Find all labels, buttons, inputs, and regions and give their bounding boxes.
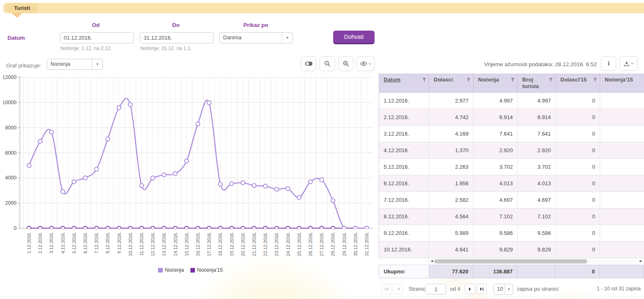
data-point-marker[interactable] (173, 172, 178, 176)
cell-value: 7.102 (473, 208, 518, 225)
data-point-marker[interactable] (241, 181, 245, 185)
cell-datum: 7.12.2016. (379, 192, 429, 208)
filter-icon[interactable] (593, 78, 597, 82)
data-point-marker[interactable] (207, 101, 211, 105)
series-visibility-button[interactable] (357, 56, 375, 71)
graf-prikazuje-select[interactable]: Noćenja ▼ (47, 59, 103, 70)
cell-value: 2.920 (473, 142, 518, 159)
zoom-out-button[interactable] (320, 56, 335, 71)
column-header-dolasci-15[interactable]: Dolasci'15 (556, 74, 600, 93)
data-point-marker[interactable] (151, 176, 155, 180)
table-row[interactable]: 10.12.2016.4.9419.8299.8290 (379, 242, 644, 258)
chart-canvas: 0200040006000800010000120001.12.2016.2.1… (3, 74, 378, 267)
svg-text:10.12.2016.: 10.12.2016. (128, 232, 133, 256)
export-button[interactable] (620, 56, 638, 71)
svg-text:14.12.2016.: 14.12.2016. (173, 232, 178, 256)
data-point-marker[interactable] (162, 173, 166, 177)
page-number-input[interactable] (425, 284, 446, 294)
filter-icon[interactable] (422, 78, 426, 82)
data-point-marker[interactable] (196, 122, 200, 126)
filter-icon[interactable] (549, 78, 553, 82)
info-button[interactable]: i (601, 56, 616, 71)
total-value (600, 265, 644, 278)
prikaz-po-select[interactable]: Danima ▼ (219, 32, 293, 43)
legend-item[interactable]: Noćenja (158, 267, 184, 273)
data-point-marker[interactable] (286, 187, 290, 191)
data-point-marker[interactable] (72, 180, 76, 184)
filter-icon[interactable] (466, 78, 471, 82)
data-point-marker[interactable] (252, 184, 256, 188)
svg-text:3.12.2016.: 3.12.2016. (49, 232, 54, 254)
cell-value: 0 (556, 225, 600, 242)
data-point-marker[interactable] (50, 130, 54, 134)
data-point-marker[interactable] (27, 163, 31, 167)
column-header-datum[interactable]: Datum (379, 74, 429, 93)
data-point-marker[interactable] (297, 196, 301, 200)
filter-icon[interactable] (511, 78, 515, 82)
data-point-marker[interactable] (263, 184, 267, 188)
horizontal-scrollbar[interactable]: ◄ ► (429, 258, 644, 265)
total-value: 77.620 (429, 265, 473, 278)
cell-value (600, 175, 644, 192)
column-header-broj-turista[interactable]: Broj turista (518, 74, 556, 93)
data-point-marker[interactable] (275, 187, 279, 191)
zoom-in-button[interactable] (338, 56, 353, 71)
line-chart[interactable]: 0200040006000800010000120001.12.2016.2.1… (3, 74, 378, 267)
cell-value: 4.013 (518, 175, 556, 192)
table-row[interactable]: 8.12.2016.4.5647.1027.1020 (379, 208, 644, 225)
column-header-label: Noćenja (478, 77, 499, 83)
next-page-button[interactable] (465, 284, 475, 294)
date-to-input[interactable] (140, 33, 214, 43)
table-row[interactable]: 2.12.2016.4.7426.9146.9140 (379, 109, 644, 126)
date-from-input[interactable] (60, 33, 134, 43)
cell-value (600, 126, 644, 142)
data-point-marker[interactable] (117, 106, 121, 110)
data-point-marker[interactable] (38, 139, 42, 144)
tab-turisti[interactable]: Turisti (7, 3, 38, 13)
scrollbar-thumb[interactable] (434, 259, 587, 263)
table-row[interactable]: 9.12.2016.5.9899.5869.5860 (379, 225, 644, 242)
table-row[interactable]: 1.12.2016.2.9774.9974.9970 (379, 93, 644, 109)
data-point-marker[interactable] (94, 167, 99, 171)
column-header-no-enja[interactable]: Noćenja (473, 74, 518, 93)
data-point-marker[interactable] (83, 176, 87, 180)
total-value: 136.887 (473, 265, 518, 278)
last-page-button[interactable] (476, 284, 487, 294)
datum-label: Datum (7, 35, 25, 41)
table-row[interactable]: 7.12.2016.2.5824.6974.6970 (379, 192, 644, 208)
data-point-marker[interactable] (230, 182, 234, 186)
data-point-marker[interactable] (106, 137, 110, 141)
column-header-label: Dolasci'15 (560, 77, 587, 83)
data-point-marker[interactable] (219, 182, 223, 187)
svg-text:2.12.2016.: 2.12.2016. (38, 232, 43, 254)
legend-item[interactable]: Noćenja'15 (190, 267, 223, 273)
scroll-left-arrow-icon[interactable]: ◄ (430, 259, 434, 263)
table-row[interactable]: 5.12.2016.2.2633.7023.7020 (379, 159, 644, 175)
table-body: 1.12.2016.2.9774.9974.99702.12.2016.4.74… (379, 93, 644, 258)
dohvati-button[interactable]: Dohvati (333, 31, 375, 44)
data-point-marker[interactable] (128, 103, 132, 107)
first-page-icon (384, 287, 389, 291)
table-row[interactable]: 4.12.2016.1.3702.9202.9200 (379, 142, 644, 159)
cell-value: 9.829 (518, 242, 556, 258)
chart-toggle-button[interactable] (301, 56, 316, 71)
graf-prikazuje-value: Noćenja (47, 59, 92, 69)
data-point-marker[interactable] (308, 180, 312, 184)
legend-swatch (158, 268, 163, 273)
page-size-select[interactable]: 10 ▼ (493, 284, 513, 295)
table-row[interactable]: 3.12.2016.4.1697.6417.6410 (379, 126, 644, 142)
cell-value: 0 (556, 175, 600, 192)
table-row[interactable]: 6.12.2016.1.9564.0134.0130 (379, 175, 644, 192)
data-point-marker[interactable] (320, 178, 324, 182)
cell-value: 2.582 (429, 192, 473, 208)
column-header-dolasci[interactable]: Dolasci (429, 74, 473, 93)
data-point-marker[interactable] (61, 189, 65, 194)
cell-value: 0 (556, 109, 600, 126)
cell-value: 3.702 (473, 159, 518, 175)
scroll-right-arrow-icon[interactable]: ► (639, 259, 643, 263)
cell-datum: 4.12.2016. (379, 142, 429, 159)
column-header-no-enja-15[interactable]: Noćenja'15 (600, 74, 644, 93)
data-point-marker[interactable] (331, 199, 335, 203)
data-point-marker[interactable] (139, 184, 144, 188)
data-point-marker[interactable] (185, 159, 189, 163)
